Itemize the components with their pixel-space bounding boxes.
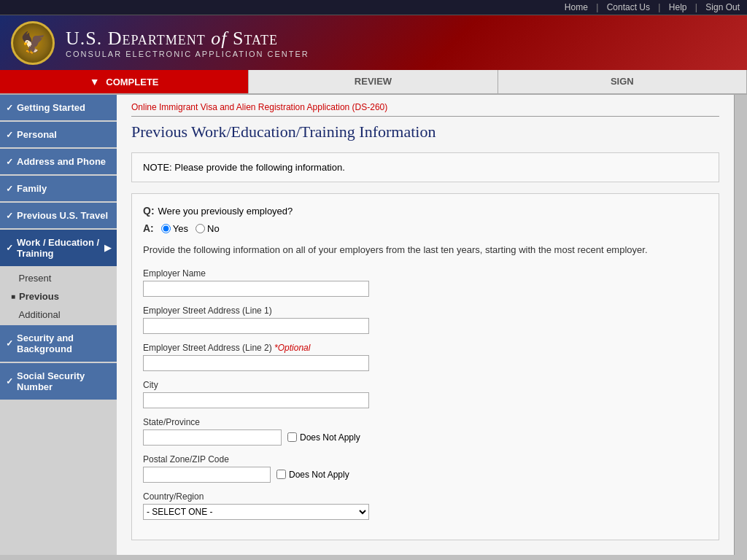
agency-subtitle: Consular Electronic Application Center — [66, 50, 309, 58]
city-input[interactable] — [143, 392, 369, 408]
sidebar-item-address-phone[interactable]: ✓ Address and Phone — [0, 149, 117, 174]
app-header: 🦅 U.S. Department of State Consular Elec… — [0, 15, 747, 70]
sidebar-label-address-phone: Address and Phone — [17, 156, 106, 167]
check-icon: ✓ — [6, 184, 13, 194]
check-icon: ✓ — [6, 130, 13, 140]
expand-arrow-icon: ▶ — [104, 243, 111, 253]
answer-row: A: Yes No — [143, 222, 708, 234]
radio-no-option[interactable]: No — [196, 223, 220, 234]
sidebar-sub-work: Present ■ Previous Additional — [0, 268, 117, 325]
tab-bar: ▼ COMPLETE REVIEW SIGN — [0, 70, 747, 95]
sidebar-sub-item-additional[interactable]: Additional — [0, 306, 117, 324]
top-navigation: Home | Contact Us | Help | Sign Out — [0, 0, 747, 15]
nav-signout[interactable]: Sign Out — [705, 2, 740, 12]
radio-yes-option[interactable]: Yes — [161, 223, 188, 234]
nav-contact[interactable]: Contact Us — [607, 2, 650, 12]
postal-code-label: Postal Zone/ZIP Code — [143, 454, 708, 464]
employer-name-input[interactable] — [143, 281, 369, 297]
employer-street-1-label: Employer Street Address (Line 1) — [143, 306, 708, 316]
sidebar-item-previous-us-travel[interactable]: ✓ Previous U.S. Travel — [0, 203, 117, 228]
sidebar-item-work-education[interactable]: ✓ Work / Education / Training ▶ — [0, 230, 117, 266]
nav-home[interactable]: Home — [565, 2, 588, 12]
question-row: Q: Were you previously employed? — [143, 205, 708, 217]
tab-complete[interactable]: ▼ COMPLETE — [0, 70, 249, 93]
state-province-input[interactable] — [143, 429, 282, 446]
country-region-select[interactable]: - SELECT ONE - — [143, 504, 369, 520]
breadcrumb: Online Immigrant Visa and Alien Registra… — [131, 102, 719, 117]
sidebar-sub-label-previous: Previous — [19, 291, 59, 302]
sidebar-label-social-security: Social Security Number — [17, 370, 111, 392]
employer-street-1-input[interactable] — [143, 318, 369, 334]
note-text: NOTE: Please provide the following infor… — [143, 162, 345, 173]
form-section: Q: Were you previously employed? A: Yes … — [131, 193, 719, 540]
check-icon: ✓ — [6, 103, 13, 113]
postal-dna-checkbox[interactable] — [276, 470, 286, 479]
note-box: NOTE: Please provide the following infor… — [131, 152, 719, 182]
sidebar-label-work-education: Work / Education / Training — [17, 237, 104, 259]
employer-street-2-label: Employer Street Address (Line 2) *Option… — [143, 343, 708, 353]
employer-street-1-group: Employer Street Address (Line 1) — [143, 306, 708, 334]
sidebar-item-family[interactable]: ✓ Family — [0, 176, 117, 201]
optional-indicator: *Optional — [274, 343, 310, 353]
radio-yes[interactable] — [161, 224, 171, 233]
state-dna-checkbox[interactable] — [287, 432, 297, 442]
country-region-label: Country/Region — [143, 491, 708, 502]
check-icon: ✓ — [6, 243, 13, 253]
check-icon: ✓ — [6, 376, 13, 386]
sidebar-item-personal[interactable]: ✓ Personal — [0, 122, 117, 147]
city-label: City — [143, 380, 708, 390]
q-label: Q: — [143, 205, 155, 217]
bullet-icon: ■ — [11, 292, 15, 300]
sidebar-item-getting-started[interactable]: ✓ Getting Started — [0, 95, 117, 120]
sidebar-label-security-background: Security and Background — [17, 332, 111, 354]
sidebar-sub-item-previous[interactable]: ■ Previous — [0, 287, 117, 306]
scrollbar[interactable] — [734, 95, 747, 555]
seal-icon: 🦅 — [11, 21, 55, 65]
tab-review[interactable]: REVIEW — [249, 70, 498, 93]
check-icon: ✓ — [6, 157, 13, 167]
sidebar-sub-label-additional: Additional — [19, 309, 61, 320]
sidebar-sub-label-present: Present — [19, 273, 52, 284]
city-group: City — [143, 380, 708, 408]
question-text: Were you previously employed? — [158, 206, 293, 217]
employer-street-2-group: Employer Street Address (Line 2) *Option… — [143, 343, 708, 371]
sidebar: ✓ Getting Started ✓ Personal ✓ Address a… — [0, 95, 117, 555]
postal-code-row: Does Not Apply — [143, 467, 708, 483]
employment-radio-group: Yes No — [161, 223, 220, 234]
postal-dna-label: Does Not Apply — [289, 470, 349, 480]
nav-help[interactable]: Help — [669, 2, 687, 12]
postal-code-input[interactable] — [143, 467, 271, 483]
sidebar-item-security-background[interactable]: ✓ Security and Background — [0, 325, 117, 362]
country-region-group: Country/Region - SELECT ONE - — [143, 491, 708, 520]
sidebar-sub-item-present[interactable]: Present — [0, 269, 117, 287]
state-dna-label: Does Not Apply — [300, 432, 360, 443]
sidebar-label-previous-us-travel: Previous U.S. Travel — [17, 210, 108, 221]
info-text: Provide the following information on all… — [143, 243, 708, 257]
agency-name: U.S. Department of State — [66, 28, 309, 50]
main-content: Online Immigrant Visa and Alien Registra… — [117, 95, 734, 555]
main-layout: ✓ Getting Started ✓ Personal ✓ Address a… — [0, 95, 747, 555]
tab-sign[interactable]: SIGN — [498, 70, 747, 93]
page-title: Previous Work/Education/Training Informa… — [131, 122, 719, 141]
sidebar-label-getting-started: Getting Started — [17, 102, 85, 113]
employer-street-2-input[interactable] — [143, 355, 369, 371]
state-dna-group: Does Not Apply — [287, 432, 360, 443]
check-icon: ✓ — [6, 211, 13, 221]
tab-complete-arrow: ▼ — [90, 76, 100, 88]
sidebar-label-personal: Personal — [17, 129, 57, 140]
sidebar-item-social-security[interactable]: ✓ Social Security Number — [0, 363, 117, 400]
radio-yes-label: Yes — [173, 223, 188, 234]
postal-dna-group: Does Not Apply — [276, 470, 349, 480]
postal-code-group: Postal Zone/ZIP Code Does Not Apply — [143, 454, 708, 483]
employer-name-label: Employer Name — [143, 268, 708, 279]
state-province-group: State/Province Does Not Apply — [143, 417, 708, 446]
employer-name-group: Employer Name — [143, 268, 708, 297]
radio-no[interactable] — [196, 224, 205, 233]
radio-no-label: No — [207, 223, 220, 234]
sidebar-label-family: Family — [17, 183, 47, 194]
check-icon: ✓ — [6, 338, 13, 349]
header-title-block: U.S. Department of State Consular Electr… — [66, 28, 309, 58]
state-province-row: Does Not Apply — [143, 429, 708, 446]
state-province-label: State/Province — [143, 417, 708, 427]
a-label: A: — [143, 222, 154, 234]
